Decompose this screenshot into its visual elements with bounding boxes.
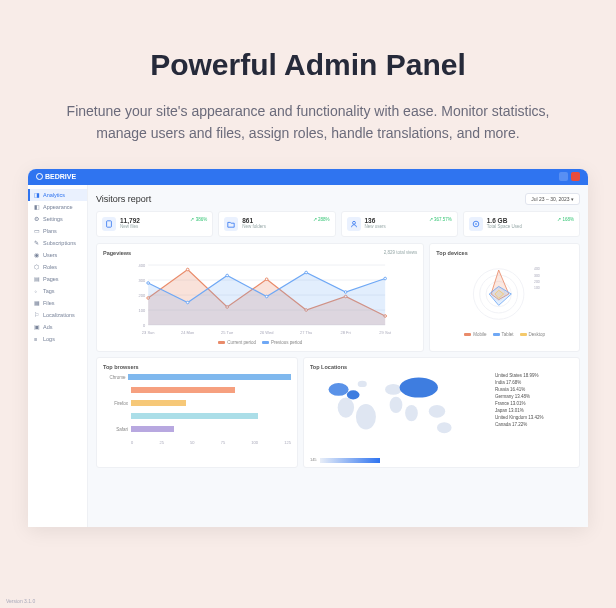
nav-settings[interactable]: ⚙Settings xyxy=(28,213,87,225)
svg-point-58 xyxy=(347,390,360,399)
svg-text:300: 300 xyxy=(138,278,145,283)
admin-panel-screenshot: BEDRIVE ◨Analytics◧Appearance⚙Settings▭P… xyxy=(28,169,588,527)
svg-text:26 Wed: 26 Wed xyxy=(260,330,274,335)
nav-tags[interactable]: ⬨Tags xyxy=(28,285,87,297)
svg-point-24 xyxy=(186,301,189,304)
page-title: Visitors report xyxy=(96,194,151,204)
svg-point-18 xyxy=(265,278,268,281)
nav-analytics[interactable]: ◨Analytics xyxy=(28,189,87,201)
svg-point-27 xyxy=(305,271,308,274)
sidebar: ◨Analytics◧Appearance⚙Settings▭Plans✎Sub… xyxy=(28,185,88,527)
card-title: Pageviews xyxy=(103,250,417,256)
svg-point-1 xyxy=(352,221,355,224)
location-item: India 17.68% xyxy=(495,380,573,387)
stat-new-files: 11,792New files↗ 386% xyxy=(96,211,213,237)
settings-icon: ⚙ xyxy=(34,216,40,222)
card-title: Top devices xyxy=(436,250,573,256)
nav-roles[interactable]: ⬡Roles xyxy=(28,261,87,273)
roles-icon: ⬡ xyxy=(34,264,40,270)
nav-logs[interactable]: ≡Logs xyxy=(28,333,87,345)
nav-pages[interactable]: ▤Pages xyxy=(28,273,87,285)
svg-text:300: 300 xyxy=(534,274,540,278)
localizations-icon: ⚐ xyxy=(34,312,40,318)
svg-point-26 xyxy=(265,295,268,298)
user-icon xyxy=(347,217,361,231)
svg-text:0: 0 xyxy=(143,323,146,328)
bar-row xyxy=(103,412,291,421)
devices-legend: Mobile Tablet Desktop xyxy=(436,332,573,337)
stat-new-users: 136New users↗ 367.57% xyxy=(341,211,458,237)
subscriptions-icon: ✎ xyxy=(34,240,40,246)
svg-text:24 Mon: 24 Mon xyxy=(181,330,194,335)
svg-text:29 Sat: 29 Sat xyxy=(379,330,391,335)
svg-point-48 xyxy=(328,383,348,396)
svg-point-52 xyxy=(385,384,401,395)
stats-row: 11,792New files↗ 386%861New folders↗ 288… xyxy=(96,211,580,237)
svg-point-50 xyxy=(338,397,354,417)
svg-text:100: 100 xyxy=(138,308,145,313)
svg-point-53 xyxy=(390,396,403,412)
main-content: Visitors report Jul 23 – 30, 2023 ▾ 11,7… xyxy=(88,185,588,527)
tags-icon: ⬨ xyxy=(34,288,40,294)
location-item: Germany 13.48% xyxy=(495,394,573,401)
notifications-icon[interactable] xyxy=(559,172,568,181)
location-item: Canada 17.22% xyxy=(495,422,573,429)
svg-point-57 xyxy=(437,422,452,433)
bar-row: Firefox xyxy=(103,399,291,408)
logs-icon: ≡ xyxy=(34,336,40,342)
logo-icon xyxy=(36,173,43,180)
card-title: Top browsers xyxy=(103,364,291,370)
nav-subscriptions[interactable]: ✎Subscriptions xyxy=(28,237,87,249)
nav-files[interactable]: ▦Files xyxy=(28,297,87,309)
svg-point-28 xyxy=(344,290,347,293)
svg-text:400: 400 xyxy=(138,263,145,268)
svg-point-55 xyxy=(405,405,418,421)
svg-text:27 Thu: 27 Thu xyxy=(300,330,312,335)
svg-text:23 Sun: 23 Sun xyxy=(142,330,155,335)
svg-text:100: 100 xyxy=(534,286,540,290)
bar-row: Chrome xyxy=(103,373,291,382)
location-item: United States 18.99% xyxy=(495,373,573,380)
devices-card: Top devices 100200300400 Mobile Tablet D… xyxy=(429,243,580,352)
svg-point-29 xyxy=(384,277,387,280)
svg-point-16 xyxy=(186,268,189,271)
svg-point-54 xyxy=(400,377,438,397)
locations-list: United States 18.99%India 17.68%Russia 1… xyxy=(495,373,573,455)
file-icon xyxy=(102,217,116,231)
svg-text:200: 200 xyxy=(138,293,145,298)
svg-text:28 Fri: 28 Fri xyxy=(341,330,351,335)
nav-ads[interactable]: ▣Ads xyxy=(28,321,87,333)
bar-row xyxy=(103,386,291,395)
hero-subtitle: Finetune your site's appearance and func… xyxy=(50,100,566,145)
svg-text:400: 400 xyxy=(534,267,540,271)
location-item: Japan 13.01% xyxy=(495,408,573,415)
files-icon: ▦ xyxy=(34,300,40,306)
plans-icon: ▭ xyxy=(34,228,40,234)
avatar[interactable] xyxy=(571,172,580,181)
topbar: BEDRIVE xyxy=(28,169,588,185)
brand-logo[interactable]: BEDRIVE xyxy=(36,173,76,180)
nav-users[interactable]: ◉Users xyxy=(28,249,87,261)
nav-appearance[interactable]: ◧Appearance xyxy=(28,201,87,213)
pageviews-card: 2,829 total views Pageviews 010020030040… xyxy=(96,243,424,352)
nav-plans[interactable]: ▭Plans xyxy=(28,225,87,237)
location-item: Russia 16.41% xyxy=(495,387,573,394)
browsers-card: Top browsers ChromeFirefoxSafari02550751… xyxy=(96,357,298,468)
date-range-picker[interactable]: Jul 23 – 30, 2023 ▾ xyxy=(525,193,580,205)
analytics-icon: ◨ xyxy=(34,192,40,198)
svg-point-23 xyxy=(147,281,150,284)
svg-rect-0 xyxy=(107,221,112,227)
card-title: Top Locations xyxy=(310,364,573,370)
hero-title: Powerful Admin Panel xyxy=(50,48,566,82)
svg-point-25 xyxy=(226,274,229,277)
nav-localizations[interactable]: ⚐Localizations xyxy=(28,309,87,321)
pages-icon: ▤ xyxy=(34,276,40,282)
svg-point-56 xyxy=(429,405,445,418)
svg-point-49 xyxy=(358,381,367,387)
folder-icon xyxy=(224,217,238,231)
svg-point-3 xyxy=(475,223,477,225)
svg-text:200: 200 xyxy=(534,280,540,284)
svg-point-51 xyxy=(356,404,376,430)
pageviews-legend: Current period Previous period xyxy=(103,340,417,345)
locations-card: Top Locations 145 United States 18.99%In… xyxy=(303,357,580,468)
